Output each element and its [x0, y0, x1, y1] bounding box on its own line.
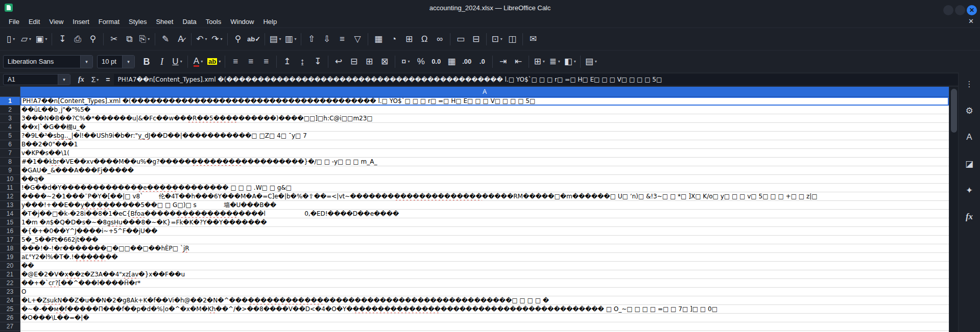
autofilter-icon[interactable]: ▽	[350, 32, 365, 47]
cell-A4[interactable]: ��x|`�G��棚u_�	[20, 123, 949, 132]
font-size-combo[interactable]: 10 pt▾	[97, 55, 135, 68]
row-header-13[interactable]: 13	[0, 201, 20, 210]
row-header-27[interactable]: 27	[0, 322, 20, 331]
function-wizard-icon[interactable]: fx	[78, 75, 84, 84]
close-document-icon[interactable]: ✕	[968, 17, 974, 25]
cell-A14[interactable]: �T�j��□�k-�28i��8�1�eC{Bfoa�������������…	[20, 210, 949, 218]
insert-rows-icon[interactable]: ▤▾	[268, 32, 283, 47]
row-header-14[interactable]: 14	[0, 210, 20, 218]
font-name-combo-dropdown-icon[interactable]: ▾	[80, 56, 92, 68]
merge-and-center-icon[interactable]: ⊟	[346, 54, 362, 69]
save-icon[interactable]: ▣▾	[34, 32, 49, 47]
freeze-rows-columns-icon[interactable]: ⊡▾	[489, 32, 505, 47]
cell-A27[interactable]	[20, 322, 949, 331]
show-comments-icon[interactable]: ✉	[525, 32, 541, 47]
select-all-corner[interactable]	[0, 87, 20, 97]
border-style-icon[interactable]: ≣▾	[547, 54, 562, 69]
bold-icon[interactable]: B	[139, 54, 154, 69]
format-date-icon[interactable]: ▦	[444, 54, 459, 69]
highlighting-color-icon[interactable]: ab▾	[206, 54, 222, 69]
row-header-6[interactable]: 6	[0, 140, 20, 149]
sort-ascending-icon[interactable]: ⇧	[304, 32, 319, 47]
row-header-25[interactable]: 25	[0, 305, 20, 314]
cell-A7[interactable]: v�KP�s��\1(	[20, 149, 949, 158]
clear-formatting-icon[interactable]: A̷	[173, 32, 188, 47]
italic-icon[interactable]: I	[154, 54, 170, 69]
menu-file[interactable]: File	[4, 16, 24, 27]
menu-view[interactable]: View	[44, 16, 68, 27]
menu-help[interactable]: Help	[258, 16, 281, 27]
menu-styles[interactable]: Styles	[124, 16, 151, 27]
cell-A11[interactable]: !�G��d�Y�������������e������������� □ □ …	[20, 184, 949, 192]
add-decimal-icon[interactable]: .00	[459, 54, 474, 69]
insert-columns-icon[interactable]: ▥▾	[283, 32, 298, 47]
row-header-8[interactable]: 8	[0, 158, 20, 166]
font-name-combo[interactable]: Liberation Sans▾	[3, 55, 93, 68]
decrease-indent-icon[interactable]: ⇤	[511, 54, 526, 69]
cell-A22[interactable]: ��+�`cг?[��^���l����Ḧ�r*	[20, 279, 949, 288]
cell-A21[interactable]: �@E�2�V�x��z�Z3A��4"xz[av�}x��F��u	[20, 270, 949, 279]
insert-chart-icon[interactable]: ◔	[386, 32, 401, 47]
new-document-icon[interactable]: ▯▾	[3, 32, 18, 47]
unmerge-cells-icon[interactable]: ⊠	[377, 54, 392, 69]
conditional-formatting-icon[interactable]: ▤▾	[583, 54, 599, 69]
menu-tools[interactable]: Tools	[201, 16, 226, 27]
find-and-replace-icon[interactable]: ⚲	[230, 32, 246, 47]
maximize-button[interactable]	[955, 5, 965, 15]
cell-A10[interactable]: ��q�	[20, 175, 949, 184]
special-character-icon[interactable]: Ω	[417, 32, 432, 47]
row-header-15[interactable]: 15	[0, 218, 20, 227]
styles-deck-icon[interactable]: A	[962, 130, 977, 145]
row-header-23[interactable]: 23	[0, 288, 20, 296]
export-pdf-icon[interactable]: ↧	[55, 32, 70, 47]
functions-deck-icon[interactable]: fx	[962, 209, 977, 224]
cell-A18[interactable]: ���!�-!�r�������□�□□��□��hÈP□ `jR	[20, 244, 949, 253]
menu-data[interactable]: Data	[178, 16, 201, 27]
close-button[interactable]: ✕	[967, 5, 977, 15]
open-file-icon[interactable]: ▱▾	[18, 32, 34, 47]
cut-icon[interactable]: ✂	[106, 32, 122, 47]
delete-decimal-icon[interactable]: .0	[474, 54, 490, 69]
row-header-5[interactable]: 5	[0, 132, 20, 140]
menu-sheet[interactable]: Sheet	[151, 16, 178, 27]
row-header-19[interactable]: 19	[0, 253, 20, 262]
row-header-7[interactable]: 7	[0, 149, 20, 158]
background-color-icon[interactable]: ◧▾	[562, 54, 578, 69]
row-header-2[interactable]: 2	[0, 106, 20, 114]
minimize-button[interactable]	[943, 5, 953, 15]
cell-A2[interactable]: ��üL��b¸j"�"%5�	[20, 106, 949, 114]
navigator-deck-icon[interactable]: ✦	[962, 183, 977, 198]
row-header-22[interactable]: 22	[0, 279, 20, 288]
undo-icon[interactable]: ↶▾	[194, 32, 209, 47]
font-size-combo-dropdown-icon[interactable]: ▾	[122, 56, 134, 68]
split-window-icon[interactable]: ◫	[505, 32, 520, 47]
cell-A13[interactable]: y���!+��E��y���������5��□ □ G□)□ s 墙�U��…	[20, 201, 949, 210]
row-header-18[interactable]: 18	[0, 244, 20, 253]
print-icon[interactable]: ⎙	[70, 32, 85, 47]
row-header-3[interactable]: 3	[0, 114, 20, 123]
pivot-table-icon[interactable]: ⊞	[401, 32, 417, 47]
headers-and-footers-icon[interactable]: ▭	[453, 32, 468, 47]
wrap-text-icon[interactable]: ↩	[331, 54, 346, 69]
clone-formatting-icon[interactable]: ✎	[158, 32, 173, 47]
cell-A15[interactable]: 1�m �л$�Q�D�s�~�8gsHu���8�~�K}=Fk�K�?Y��…	[20, 218, 949, 227]
sort-icon[interactable]: ≡	[334, 32, 350, 47]
row-header-16[interactable]: 16	[0, 227, 20, 236]
align-top-icon[interactable]: ↥	[279, 54, 295, 69]
copy-icon[interactable]: ⧉	[122, 32, 137, 47]
cell-A12[interactable]: ����~2�1���¨P�Y�[��|□ v8` 伦�4T��h���6Y��…	[20, 192, 949, 201]
cell-A9[interactable]: �GAU�_&���A���Fj�����	[20, 166, 949, 175]
merge-cells-icon[interactable]: ⊞	[362, 54, 377, 69]
cell-A23[interactable]: O	[20, 288, 949, 296]
vertical-scrollbar[interactable]	[949, 87, 958, 332]
row-header-1[interactable]: 1	[0, 97, 20, 106]
paste-icon[interactable]: ⎘▾	[137, 32, 152, 47]
redo-icon[interactable]: ↷▾	[209, 32, 225, 47]
borders-icon[interactable]: ⊞▾	[532, 54, 547, 69]
cell-A5[interactable]: ?�9L�³�sbg.._|�l!��USh9i�b�r:"y_dJ��D��|…	[20, 132, 949, 140]
cell-A17[interactable]: 5�_5��Pt�662jt���	[20, 236, 949, 244]
underline-icon[interactable]: U▾	[170, 54, 185, 69]
align-right-icon[interactable]: ≡	[258, 54, 274, 69]
cell-A6[interactable]: B��2�0"���1	[20, 140, 949, 149]
row-header-21[interactable]: 21	[0, 270, 20, 279]
